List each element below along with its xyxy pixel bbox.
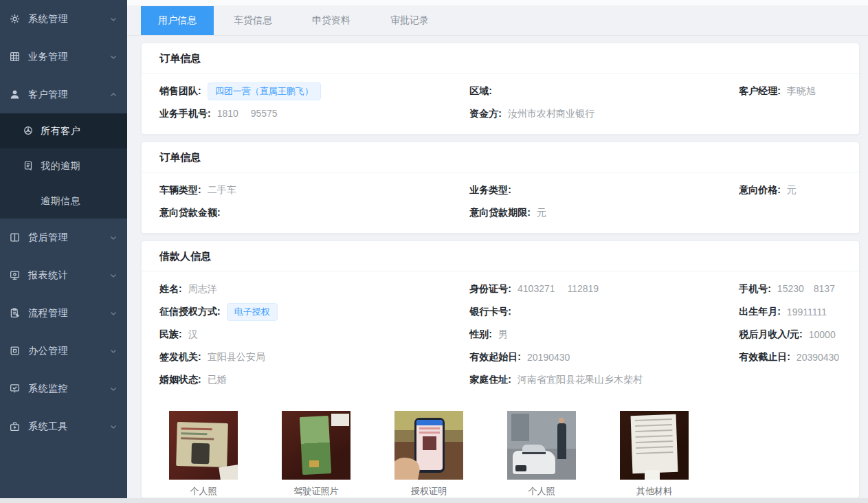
field-value: 二手车 — [208, 184, 236, 197]
field-value: 15230 8137 — [777, 283, 835, 295]
field-value: 10000 — [809, 329, 836, 340]
field-value: 男 — [498, 328, 508, 341]
sidebar-item-label: 报表统计 — [28, 269, 109, 282]
field-value: 19911111 — [787, 306, 827, 317]
sidebar-item-label: 我的逾期 — [41, 160, 127, 172]
field-label: 意向贷款期限: — [469, 207, 531, 219]
field-bank-card: 银行卡号: — [469, 300, 739, 323]
field-empty — [739, 201, 841, 224]
field-label: 民族: — [159, 328, 182, 341]
field-label: 业务类型: — [469, 184, 511, 197]
sidebar-item-system-monitor[interactable]: 系统监控 — [0, 370, 127, 407]
field-birth: 出生年月: 19911111 — [739, 300, 841, 323]
field-label: 区域: — [469, 85, 492, 98]
field-credit-auth: 征信授权方式: 电子授权 — [159, 300, 469, 323]
card-title: 订单信息 — [142, 142, 859, 172]
chevron-down-icon — [109, 347, 118, 355]
monitor-icon — [9, 269, 21, 281]
chevron-down-icon — [109, 15, 118, 23]
field-label: 有效起始日: — [469, 351, 521, 364]
sidebar-item-my-overdue[interactable]: 我的逾期 — [0, 148, 127, 183]
sidebar-item-label: 客户管理 — [28, 89, 109, 101]
field-intent-loan-term: 意向贷款期限: 元 — [469, 201, 739, 224]
sidebar-item-label: 系统管理 — [28, 13, 109, 25]
photo-other-materials[interactable]: 其他材料 — [620, 411, 689, 498]
field-label: 手机号: — [739, 283, 771, 295]
photo-person-with-car[interactable]: 个人照 — [507, 411, 576, 498]
order-info-card: 订单信息 销售团队: 四团一营（直属王鹏飞） 区域: 客户经理: 李晓旭 业务手… — [141, 43, 860, 135]
wheel-icon — [23, 125, 34, 137]
sidebar-item-system-tools[interactable]: 系统工具 — [0, 407, 127, 445]
horizontal-scrollbar[interactable] — [0, 498, 868, 503]
field-label: 身份证号: — [469, 283, 511, 295]
field-marital: 婚姻状态: 已婚 — [159, 368, 469, 391]
chevron-up-icon — [109, 91, 118, 99]
field-value: 已婚 — [208, 374, 227, 386]
authorization-photo-image — [394, 411, 463, 480]
sidebar-item-business-management[interactable]: 业务管理 — [0, 38, 127, 76]
tab-approval-records[interactable]: 审批记录 — [370, 6, 449, 35]
field-value: 周志洋 — [188, 283, 217, 295]
tab-car-loan-info[interactable]: 车贷信息 — [214, 6, 292, 35]
chevron-down-icon — [109, 234, 118, 242]
field-valid-to: 有效截止日: 20390430 — [739, 346, 841, 368]
photo-caption: 授权证明 — [394, 485, 463, 498]
chevron-down-icon — [109, 309, 118, 317]
sidebar-item-postloan-management[interactable]: 贷后管理 — [0, 219, 127, 256]
gear-icon — [9, 13, 21, 25]
field-vehicle-type: 车辆类型: 二手车 — [159, 179, 469, 201]
field-value: 汝州市农村商业银行 — [508, 108, 594, 120]
other-materials-photo-image — [620, 411, 689, 480]
sidebar-item-label: 办公管理 — [28, 345, 109, 357]
photo-id-card[interactable]: 个人照 — [169, 411, 238, 498]
credit-auth-tag[interactable]: 电子授权 — [227, 303, 278, 321]
field-label: 出生年月: — [739, 306, 781, 318]
field-value: 20390430 — [797, 352, 839, 363]
field-label: 意向贷款金额: — [159, 207, 221, 219]
field-label: 性别: — [469, 328, 492, 341]
field-label: 家庭住址: — [469, 374, 511, 386]
borrower-info-card: 借款人信息 姓名: 周志洋 身份证号: 4103271 112819 手机号: … — [141, 241, 860, 498]
sidebar-item-process-management[interactable]: 流程管理 — [0, 294, 127, 332]
order-vehicle-fields: 车辆类型: 二手车 业务类型: 意向价格: 元 意向贷款金额: 意向贷款期限: … — [142, 172, 859, 233]
sidebar-item-customer-management[interactable]: 客户管理 — [0, 76, 127, 113]
field-value: 河南省宜阳县花果山乡木柴村 — [518, 374, 643, 386]
field-value: 20190430 — [527, 352, 570, 363]
field-label: 有效截止日: — [739, 351, 790, 364]
chevron-down-icon — [109, 271, 118, 280]
field-label: 银行卡号: — [469, 306, 511, 318]
field-business-type: 业务类型: — [469, 179, 739, 201]
sidebar-item-report-statistics[interactable]: 报表统计 — [0, 256, 127, 294]
sidebar-item-label: 系统工具 — [28, 421, 109, 433]
field-value: 4103271 112819 — [518, 283, 599, 295]
photo-drivers-license[interactable]: 驾驶证照片 — [282, 411, 350, 498]
tab-loan-application-materials[interactable]: 申贷资料 — [292, 6, 370, 35]
photo-caption: 个人照 — [169, 485, 238, 498]
customer-management-submenu: 所有客户 我的逾期 逾期信息 — [0, 113, 127, 219]
order-info-fields: 销售团队: 四团一营（直属王鹏飞） 区域: 客户经理: 李晓旭 业务手机号: 1… — [142, 74, 859, 134]
photo-caption: 驾驶证照片 — [282, 485, 350, 498]
sales-team-tag[interactable]: 四团一营（直属王鹏飞） — [208, 82, 321, 100]
grid-icon — [9, 51, 21, 63]
field-sales-team: 销售团队: 四团一营（直属王鹏飞） — [159, 80, 469, 102]
card-title: 订单信息 — [142, 43, 859, 74]
field-value: 李晓旭 — [787, 85, 816, 98]
sidebar-item-office-management[interactable]: 办公管理 — [0, 332, 127, 370]
tab-bar: 用户信息 车贷信息 申贷资料 审批记录 — [127, 6, 868, 36]
drivers-license-photo-image — [282, 411, 350, 480]
photo-caption: 其他材料 — [620, 485, 689, 498]
id-card-photo-image — [169, 411, 238, 480]
photo-authorization-proof[interactable]: 授权证明 — [394, 411, 463, 498]
sidebar-item-overdue-info[interactable]: 逾期信息 — [0, 183, 127, 219]
clipboard-icon — [9, 307, 21, 319]
field-value: 元 — [787, 184, 797, 197]
field-label: 姓名: — [159, 283, 182, 295]
field-value: 元 — [537, 207, 546, 219]
sidebar-item-system-management[interactable]: 系统管理 — [0, 0, 127, 38]
field-value: 1810 95575 — [217, 108, 278, 120]
book-icon — [9, 232, 21, 243]
sidebar-item-all-customers[interactable]: 所有客户 — [0, 113, 127, 148]
sidebar-item-label: 逾期信息 — [41, 195, 127, 208]
field-label: 销售团队: — [159, 85, 201, 98]
tab-user-info[interactable]: 用户信息 — [141, 6, 214, 35]
